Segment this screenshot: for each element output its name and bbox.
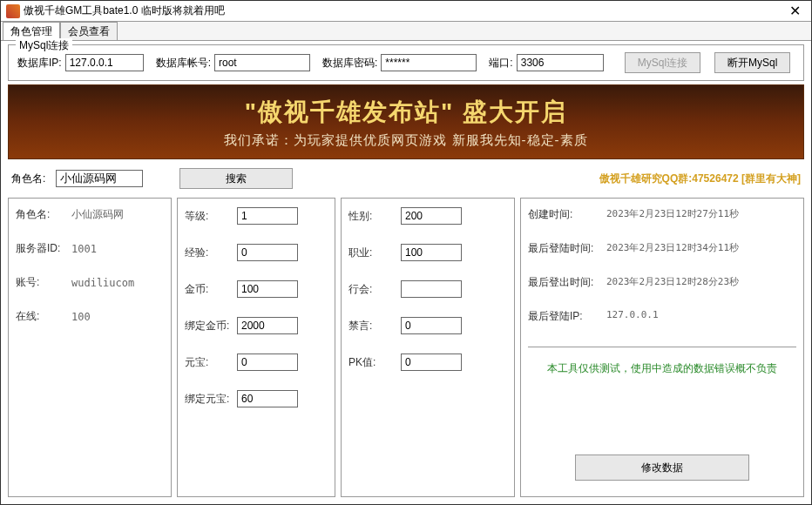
pk-input[interactable] (401, 354, 462, 371)
online-label: 在线: (16, 309, 71, 324)
guild-input[interactable] (401, 280, 462, 298)
close-icon[interactable]: ✕ (784, 3, 806, 19)
bind-yuanbao-label: 绑定元宝: (185, 392, 237, 407)
app-icon (6, 4, 20, 18)
job-label: 职业: (348, 246, 401, 260)
search-label: 角色名: (11, 172, 45, 186)
server-id-label: 服务器ID: (16, 241, 71, 256)
last-ip-value: 127.0.0.1 (606, 309, 659, 324)
server-id-value: 1001 (71, 243, 97, 255)
titlebar: 傲视千雄GM工具bate1.0 临时版将就着用吧 ✕ (1, 1, 811, 22)
exp-label: 经验: (185, 246, 237, 260)
last-logout-value: 2023年2月23日12时28分23秒 (606, 275, 739, 290)
bind-gold-input[interactable] (237, 317, 298, 334)
exp-input[interactable] (237, 244, 298, 261)
db-ip-input[interactable] (65, 54, 144, 71)
tab-member-view[interactable]: 会员查看 (60, 22, 118, 40)
role-name-label: 角色名: (16, 207, 71, 222)
modify-button[interactable]: 修改数据 (575, 454, 749, 481)
gold-input[interactable] (237, 280, 298, 298)
window-title: 傲视千雄GM工具bate1.0 临时版将就着用吧 (24, 3, 225, 18)
yuanbao-input[interactable] (237, 354, 298, 371)
info-panel: 角色名:小仙源码网 服务器ID:1001 账号:wudiliucom 在线:10… (8, 198, 172, 497)
pk-label: PK值: (348, 355, 401, 370)
level-input[interactable] (237, 207, 298, 225)
disclaimer: 本工具仅供测试，使用中造成的数据错误概不负责 (528, 361, 796, 376)
create-time-value: 2023年2月23日12时27分11秒 (606, 207, 739, 222)
banner-title: "傲视千雄发布站" 盛大开启 (245, 96, 567, 129)
search-row: 角色名: 搜索 傲视千雄研究QQ群:47526472 [群里有大神] (8, 163, 804, 194)
banner-subtitle: 我们承诺：为玩家提供优质网页游戏 新服我先知-稳定-素质 (224, 132, 587, 149)
create-time-label: 创建时间: (528, 207, 606, 222)
last-ip-label: 最后登陆IP: (528, 309, 606, 324)
tab-bar: 角色管理 会员查看 (1, 22, 811, 41)
level-label: 等级: (185, 209, 237, 224)
tab-role-mgmt[interactable]: 角色管理 (3, 22, 60, 40)
db-port-label: 端口: (489, 56, 512, 71)
search-input[interactable] (56, 170, 143, 187)
last-logout-label: 最后登出时间: (528, 275, 606, 290)
search-button[interactable]: 搜索 (179, 168, 293, 189)
last-login-value: 2023年2月23日12时34分11秒 (606, 241, 739, 256)
qq-info: 傲视千雄研究QQ群:47526472 [群里有大神] (599, 172, 801, 186)
account-value: wudiliucom (71, 277, 134, 289)
account-label: 账号: (16, 275, 71, 290)
job-input[interactable] (401, 244, 462, 261)
time-panel: 创建时间:2023年2月23日12时27分11秒 最后登陆时间:2023年2月2… (520, 198, 804, 497)
bind-gold-label: 绑定金币: (185, 319, 237, 333)
gold-label: 金币: (185, 282, 237, 297)
edit-panel-1: 等级: 经验: 金币: 绑定金币: 元宝: 绑定元宝: (177, 198, 335, 497)
sex-label: 性别: (348, 209, 401, 224)
guild-label: 行会: (348, 282, 401, 297)
mysql-legend: MySql连接 (16, 38, 72, 53)
banner: "傲视千雄发布站" 盛大开启 我们承诺：为玩家提供优质网页游戏 新服我先知-稳定… (8, 84, 804, 159)
db-user-label: 数据库帐号: (156, 56, 211, 71)
db-pass-input[interactable] (381, 54, 477, 71)
mysql-disconnect-button[interactable]: 断开MySql (714, 52, 790, 73)
db-ip-label: 数据库IP: (17, 56, 62, 71)
role-name-value: 小仙源码网 (71, 207, 124, 222)
mute-label: 禁言: (348, 319, 401, 333)
mysql-fieldset: MySql连接 数据库IP: 数据库帐号: 数据库密码: 端口: MySql连接… (8, 44, 804, 81)
db-pass-label: 数据库密码: (322, 56, 377, 71)
db-user-input[interactable] (214, 54, 310, 71)
db-port-input[interactable] (517, 54, 604, 71)
online-value: 100 (71, 311, 91, 323)
last-login-label: 最后登陆时间: (528, 241, 606, 256)
mysql-connect-button[interactable]: MySql连接 (625, 52, 700, 73)
yuanbao-label: 元宝: (185, 355, 237, 370)
sex-input[interactable] (401, 207, 462, 225)
mute-input[interactable] (401, 317, 462, 334)
bind-yuanbao-input[interactable] (237, 390, 298, 407)
edit-panel-2: 性别: 职业: 行会: 禁言: PK值: (341, 198, 515, 497)
